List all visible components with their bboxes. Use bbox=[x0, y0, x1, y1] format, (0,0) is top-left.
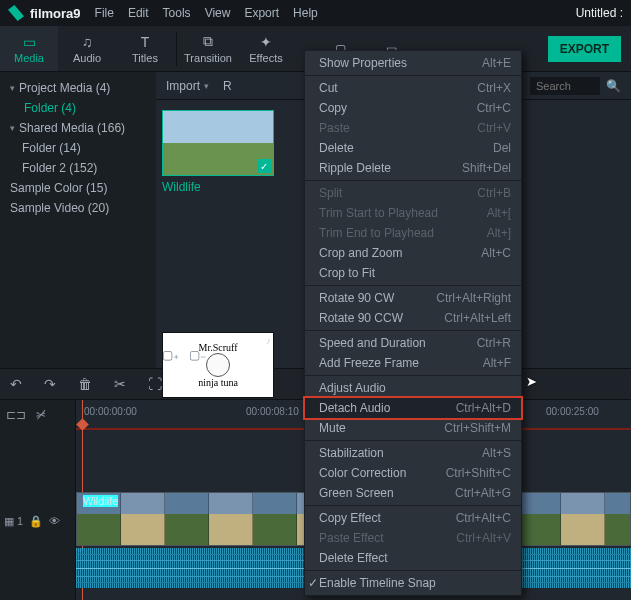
menu-item-speed-and-duration[interactable]: Speed and DurationCtrl+R bbox=[305, 333, 521, 353]
tree-folder-active[interactable]: Folder (4) bbox=[0, 98, 156, 118]
menu-item-paste: PasteCtrl+V bbox=[305, 118, 521, 138]
menu-item-add-freeze-frame[interactable]: Add Freeze FrameAlt+F bbox=[305, 353, 521, 373]
menu-shortcut: Alt+E bbox=[482, 56, 511, 70]
split-icon[interactable]: ✂ bbox=[114, 376, 126, 392]
search-input[interactable] bbox=[530, 77, 600, 95]
menu-item-stabilization[interactable]: StabilizationAlt+S bbox=[305, 443, 521, 463]
menu-item-paste-effect: Paste EffectCtrl+Alt+V bbox=[305, 528, 521, 548]
menu-shortcut: Alt+[ bbox=[487, 206, 511, 220]
menu-item-copy[interactable]: CopyCtrl+C bbox=[305, 98, 521, 118]
menu-separator bbox=[305, 180, 521, 181]
new-folder-icon[interactable]: ▢₊ bbox=[162, 348, 179, 362]
menu-shortcut: Ctrl+Alt+C bbox=[456, 511, 511, 525]
menu-shortcut: Ctrl+Shift+M bbox=[444, 421, 511, 435]
filmora-logo-icon bbox=[8, 5, 24, 21]
chevron-down-icon: ▾ bbox=[10, 123, 15, 133]
menu-item-show-properties[interactable]: Show PropertiesAlt+E bbox=[305, 53, 521, 73]
tree-folder-2[interactable]: Folder 2 (152) bbox=[0, 158, 156, 178]
tab-effects[interactable]: ✦ Effects bbox=[237, 26, 295, 71]
tree-project-media[interactable]: ▾Project Media (4) bbox=[0, 78, 156, 98]
menu-shortcut: Ctrl+X bbox=[477, 81, 511, 95]
thumb-image: Mr.Scruff ninja tuna ♪ bbox=[162, 332, 274, 398]
effects-icon: ✦ bbox=[260, 34, 272, 50]
menu-shortcut: Ctrl+Alt+Right bbox=[436, 291, 511, 305]
kalimba-album: ninja tuna bbox=[198, 377, 238, 388]
menu-shortcut: Ctrl+Alt+V bbox=[456, 531, 511, 545]
tab-media-label: Media bbox=[14, 52, 44, 64]
tree-sample-color[interactable]: Sample Color (15) bbox=[0, 178, 156, 198]
menu-item-detach-audio[interactable]: Detach AudioCtrl+Alt+D bbox=[305, 398, 521, 418]
menu-shortcut: Ctrl+B bbox=[477, 186, 511, 200]
tree-label: Shared Media (166) bbox=[19, 121, 125, 135]
menu-shortcut: Ctrl+R bbox=[477, 336, 511, 350]
menu-item-green-screen[interactable]: Green ScreenCtrl+Alt+G bbox=[305, 483, 521, 503]
menu-item-mute[interactable]: MuteCtrl+Shift+M bbox=[305, 418, 521, 438]
link-icon[interactable]: ✂̸ bbox=[36, 408, 46, 422]
tab-media[interactable]: ▭ Media bbox=[0, 26, 58, 71]
delete-icon[interactable]: 🗑 bbox=[78, 376, 92, 392]
menu-item-color-correction[interactable]: Color CorrectionCtrl+Shift+C bbox=[305, 463, 521, 483]
menu-item-crop-and-zoom[interactable]: Crop and ZoomAlt+C bbox=[305, 243, 521, 263]
check-icon: ✓ bbox=[257, 159, 271, 173]
menu-item-adjust-audio[interactable]: Adjust Audio bbox=[305, 378, 521, 398]
menu-tools[interactable]: Tools bbox=[163, 6, 191, 20]
tab-transition[interactable]: ⧉ Transition bbox=[179, 26, 237, 71]
menu-view[interactable]: View bbox=[205, 6, 231, 20]
tab-separator bbox=[176, 32, 177, 66]
menu-label: Delete bbox=[319, 141, 493, 155]
menu-item-delete[interactable]: DeleteDel bbox=[305, 138, 521, 158]
eye-icon[interactable]: 👁 bbox=[49, 515, 60, 527]
menu-item-enable-timeline-snap[interactable]: ✓Enable Timeline Snap bbox=[305, 573, 521, 593]
menu-label: Detach Audio bbox=[319, 401, 456, 415]
menu-help[interactable]: Help bbox=[293, 6, 318, 20]
delete-folder-icon[interactable]: ▢₋ bbox=[189, 348, 206, 362]
lock-icon[interactable]: 🔒 bbox=[29, 515, 43, 528]
media-tree: ▾Project Media (4) Folder (4) ▾Shared Me… bbox=[0, 72, 156, 368]
menu-file[interactable]: File bbox=[95, 6, 114, 20]
menu-item-rotate-90-ccw[interactable]: Rotate 90 CCWCtrl+Alt+Left bbox=[305, 308, 521, 328]
menu-label: Paste Effect bbox=[319, 531, 456, 545]
redo-icon[interactable]: ↷ bbox=[44, 376, 56, 392]
tab-transition-label: Transition bbox=[184, 52, 232, 64]
check-icon: ✓ bbox=[308, 576, 318, 590]
menu-item-crop-to-fit[interactable]: Crop to Fit bbox=[305, 263, 521, 283]
tree-sample-video[interactable]: Sample Video (20) bbox=[0, 198, 156, 218]
menu-item-rotate-90-cw[interactable]: Rotate 90 CWCtrl+Alt+Right bbox=[305, 288, 521, 308]
menu-item-cut[interactable]: CutCtrl+X bbox=[305, 78, 521, 98]
chevron-down-icon: ▾ bbox=[10, 83, 15, 93]
magnet-icon[interactable]: ⊏⊐ bbox=[6, 408, 26, 422]
menu-export[interactable]: Export bbox=[244, 6, 279, 20]
menu-separator bbox=[305, 330, 521, 331]
menu-item-ripple-delete[interactable]: Ripple DeleteShift+Del bbox=[305, 158, 521, 178]
timecode: 00:00:00:00 bbox=[84, 406, 137, 417]
app-logo: filmora9 bbox=[8, 5, 81, 21]
tree-shared-media[interactable]: ▾Shared Media (166) bbox=[0, 118, 156, 138]
search-wrap: 🔍 bbox=[530, 77, 621, 95]
menu-shortcut: Alt+S bbox=[482, 446, 511, 460]
menu-item-copy-effect[interactable]: Copy EffectCtrl+Alt+C bbox=[305, 508, 521, 528]
tab-audio[interactable]: ♫ Audio bbox=[58, 26, 116, 71]
menu-shortcut: Del bbox=[493, 141, 511, 155]
tree-folder-14[interactable]: Folder (14) bbox=[0, 138, 156, 158]
menu-edit[interactable]: Edit bbox=[128, 6, 149, 20]
thumb-label: Wildlife bbox=[162, 180, 274, 194]
menu-shortcut: Ctrl+V bbox=[477, 121, 511, 135]
timeline-left-gutter: ⊏⊐ ✂̸ ▦ 1 🔒 👁 bbox=[0, 400, 76, 600]
undo-icon[interactable]: ↶ bbox=[10, 376, 22, 392]
menu-label: Enable Timeline Snap bbox=[319, 576, 511, 590]
tree-label: Project Media (4) bbox=[19, 81, 110, 95]
menu-label: Paste bbox=[319, 121, 477, 135]
import-button[interactable]: Import ▾ bbox=[166, 79, 209, 93]
menu-label: Speed and Duration bbox=[319, 336, 477, 350]
menu-label: Mute bbox=[319, 421, 444, 435]
record-button[interactable]: R bbox=[223, 79, 232, 93]
thumb-wildlife[interactable]: ✓ Wildlife bbox=[162, 110, 274, 194]
video-track-header[interactable]: ▦ 1 🔒 👁 bbox=[4, 508, 72, 534]
menu-item-delete-effect[interactable]: Delete Effect bbox=[305, 548, 521, 568]
menubar: File Edit Tools View Export Help bbox=[95, 6, 318, 20]
export-button[interactable]: EXPORT bbox=[548, 36, 621, 62]
search-icon[interactable]: 🔍 bbox=[606, 79, 621, 93]
tab-titles[interactable]: T Titles bbox=[116, 26, 174, 71]
cursor-icon: ➤ bbox=[526, 374, 537, 389]
menu-shortcut: Ctrl+Alt+Left bbox=[444, 311, 511, 325]
